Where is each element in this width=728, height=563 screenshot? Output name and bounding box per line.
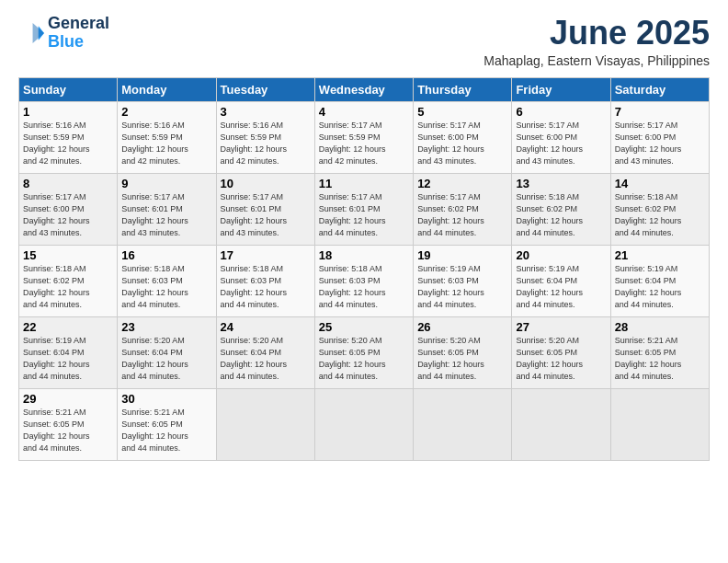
- calendar-subtitle: Mahaplag, Eastern Visayas, Philippines: [483, 53, 710, 68]
- day-info: Sunrise: 5:20 AM Sunset: 6:04 PM Dayligh…: [221, 335, 311, 383]
- table-cell: 9Sunrise: 5:17 AM Sunset: 6:01 PM Daylig…: [118, 173, 216, 245]
- day-number: 28: [615, 320, 705, 334]
- logo-icon: [18, 20, 44, 46]
- table-cell: 20Sunrise: 5:19 AM Sunset: 6:04 PM Dayli…: [512, 245, 610, 316]
- day-info: Sunrise: 5:17 AM Sunset: 6:02 PM Dayligh…: [417, 191, 507, 239]
- day-number: 7: [615, 105, 705, 119]
- table-cell: 5Sunrise: 5:17 AM Sunset: 6:00 PM Daylig…: [414, 101, 512, 173]
- day-number: 9: [121, 177, 211, 190]
- table-cell: [414, 388, 512, 460]
- day-number: 21: [615, 248, 705, 262]
- table-cell: 16Sunrise: 5:18 AM Sunset: 6:03 PM Dayli…: [118, 245, 216, 316]
- calendar-row: 15Sunrise: 5:18 AM Sunset: 6:02 PM Dayli…: [19, 245, 710, 316]
- day-number: 4: [319, 105, 409, 119]
- day-number: 11: [319, 177, 409, 190]
- header-row: Sunday Monday Tuesday Wednesday Thursday…: [19, 77, 710, 101]
- day-info: Sunrise: 5:21 AM Sunset: 6:05 PM Dayligh…: [121, 407, 211, 454]
- table-cell: 18Sunrise: 5:18 AM Sunset: 6:03 PM Dayli…: [314, 245, 413, 316]
- table-cell: 14Sunrise: 5:18 AM Sunset: 6:02 PM Dayli…: [610, 173, 709, 245]
- logo: General Blue: [18, 15, 109, 52]
- calendar-title: June 2025: [483, 15, 710, 52]
- day-info: Sunrise: 5:21 AM Sunset: 6:05 PM Dayligh…: [615, 335, 705, 383]
- day-info: Sunrise: 5:18 AM Sunset: 6:03 PM Dayligh…: [319, 263, 409, 311]
- day-number: 27: [516, 320, 606, 334]
- table-cell: 2Sunrise: 5:16 AM Sunset: 5:59 PM Daylig…: [118, 101, 216, 173]
- col-thursday: Thursday: [414, 77, 512, 101]
- table-cell: 22Sunrise: 5:19 AM Sunset: 6:04 PM Dayli…: [19, 316, 118, 388]
- calendar-row: 29Sunrise: 5:21 AM Sunset: 6:05 PM Dayli…: [19, 388, 710, 460]
- day-info: Sunrise: 5:18 AM Sunset: 6:02 PM Dayligh…: [23, 263, 113, 311]
- day-number: 24: [221, 320, 311, 334]
- day-number: 13: [516, 177, 606, 190]
- table-cell: [314, 388, 413, 460]
- day-number: 1: [23, 105, 113, 119]
- day-number: 22: [23, 320, 113, 334]
- table-cell: 29Sunrise: 5:21 AM Sunset: 6:05 PM Dayli…: [19, 388, 118, 460]
- table-cell: 25Sunrise: 5:20 AM Sunset: 6:05 PM Dayli…: [314, 316, 413, 388]
- day-number: 29: [23, 392, 113, 406]
- day-info: Sunrise: 5:17 AM Sunset: 6:00 PM Dayligh…: [615, 120, 705, 167]
- day-info: Sunrise: 5:17 AM Sunset: 5:59 PM Dayligh…: [319, 120, 409, 167]
- day-info: Sunrise: 5:17 AM Sunset: 6:01 PM Dayligh…: [121, 191, 211, 239]
- table-cell: 1Sunrise: 5:16 AM Sunset: 5:59 PM Daylig…: [19, 101, 118, 173]
- day-number: 26: [417, 320, 507, 334]
- day-number: 19: [417, 248, 507, 262]
- table-cell: 23Sunrise: 5:20 AM Sunset: 6:04 PM Dayli…: [118, 316, 216, 388]
- day-info: Sunrise: 5:18 AM Sunset: 6:02 PM Dayligh…: [615, 191, 705, 239]
- table-cell: 26Sunrise: 5:20 AM Sunset: 6:05 PM Dayli…: [414, 316, 512, 388]
- table-cell: 21Sunrise: 5:19 AM Sunset: 6:04 PM Dayli…: [610, 245, 709, 316]
- table-cell: 10Sunrise: 5:17 AM Sunset: 6:01 PM Dayli…: [216, 173, 314, 245]
- day-info: Sunrise: 5:19 AM Sunset: 6:04 PM Dayligh…: [615, 263, 705, 311]
- day-info: Sunrise: 5:20 AM Sunset: 6:04 PM Dayligh…: [121, 335, 211, 383]
- table-cell: [512, 388, 610, 460]
- calendar-row: 22Sunrise: 5:19 AM Sunset: 6:04 PM Dayli…: [19, 316, 710, 388]
- col-tuesday: Tuesday: [216, 77, 314, 101]
- table-cell: 13Sunrise: 5:18 AM Sunset: 6:02 PM Dayli…: [512, 173, 610, 245]
- day-info: Sunrise: 5:19 AM Sunset: 6:04 PM Dayligh…: [516, 263, 606, 311]
- table-cell: [610, 388, 709, 460]
- calendar-row: 1Sunrise: 5:16 AM Sunset: 5:59 PM Daylig…: [19, 101, 710, 173]
- col-sunday: Sunday: [19, 77, 118, 101]
- day-number: 23: [121, 320, 211, 334]
- col-wednesday: Wednesday: [314, 77, 413, 101]
- day-number: 14: [615, 177, 705, 190]
- day-number: 3: [221, 105, 311, 119]
- day-number: 2: [121, 105, 211, 119]
- table-cell: 24Sunrise: 5:20 AM Sunset: 6:04 PM Dayli…: [216, 316, 314, 388]
- table-cell: 7Sunrise: 5:17 AM Sunset: 6:00 PM Daylig…: [610, 101, 709, 173]
- day-info: Sunrise: 5:19 AM Sunset: 6:04 PM Dayligh…: [23, 335, 113, 383]
- day-info: Sunrise: 5:16 AM Sunset: 5:59 PM Dayligh…: [221, 120, 311, 167]
- table-cell: 19Sunrise: 5:19 AM Sunset: 6:03 PM Dayli…: [414, 245, 512, 316]
- day-info: Sunrise: 5:17 AM Sunset: 6:00 PM Dayligh…: [417, 120, 507, 167]
- table-cell: 27Sunrise: 5:20 AM Sunset: 6:05 PM Dayli…: [512, 316, 610, 388]
- day-number: 25: [319, 320, 409, 334]
- col-friday: Friday: [512, 77, 610, 101]
- table-cell: 12Sunrise: 5:17 AM Sunset: 6:02 PM Dayli…: [414, 173, 512, 245]
- day-info: Sunrise: 5:20 AM Sunset: 6:05 PM Dayligh…: [417, 335, 507, 383]
- day-number: 16: [121, 248, 211, 262]
- table-cell: 11Sunrise: 5:17 AM Sunset: 6:01 PM Dayli…: [314, 173, 413, 245]
- day-number: 8: [23, 177, 113, 190]
- day-info: Sunrise: 5:17 AM Sunset: 6:00 PM Dayligh…: [23, 191, 113, 239]
- table-cell: 6Sunrise: 5:17 AM Sunset: 6:00 PM Daylig…: [512, 101, 610, 173]
- day-info: Sunrise: 5:17 AM Sunset: 6:00 PM Dayligh…: [516, 120, 606, 167]
- title-block: June 2025 Mahaplag, Eastern Visayas, Phi…: [483, 15, 710, 68]
- day-number: 17: [221, 248, 311, 262]
- day-info: Sunrise: 5:20 AM Sunset: 6:05 PM Dayligh…: [319, 335, 409, 383]
- day-info: Sunrise: 5:20 AM Sunset: 6:05 PM Dayligh…: [516, 335, 606, 383]
- day-info: Sunrise: 5:18 AM Sunset: 6:03 PM Dayligh…: [121, 263, 211, 311]
- calendar-table: Sunday Monday Tuesday Wednesday Thursday…: [18, 77, 710, 461]
- day-number: 30: [121, 392, 211, 406]
- table-cell: [216, 388, 314, 460]
- day-info: Sunrise: 5:17 AM Sunset: 6:01 PM Dayligh…: [319, 191, 409, 239]
- table-cell: 15Sunrise: 5:18 AM Sunset: 6:02 PM Dayli…: [19, 245, 118, 316]
- day-number: 5: [417, 105, 507, 119]
- day-info: Sunrise: 5:16 AM Sunset: 5:59 PM Dayligh…: [121, 120, 211, 167]
- page: General Blue June 2025 Mahaplag, Eastern…: [0, 0, 728, 563]
- header: General Blue June 2025 Mahaplag, Eastern…: [18, 15, 710, 68]
- table-cell: 3Sunrise: 5:16 AM Sunset: 5:59 PM Daylig…: [216, 101, 314, 173]
- day-number: 12: [417, 177, 507, 190]
- day-info: Sunrise: 5:17 AM Sunset: 6:01 PM Dayligh…: [221, 191, 311, 239]
- table-cell: 30Sunrise: 5:21 AM Sunset: 6:05 PM Dayli…: [118, 388, 216, 460]
- table-cell: 4Sunrise: 5:17 AM Sunset: 5:59 PM Daylig…: [314, 101, 413, 173]
